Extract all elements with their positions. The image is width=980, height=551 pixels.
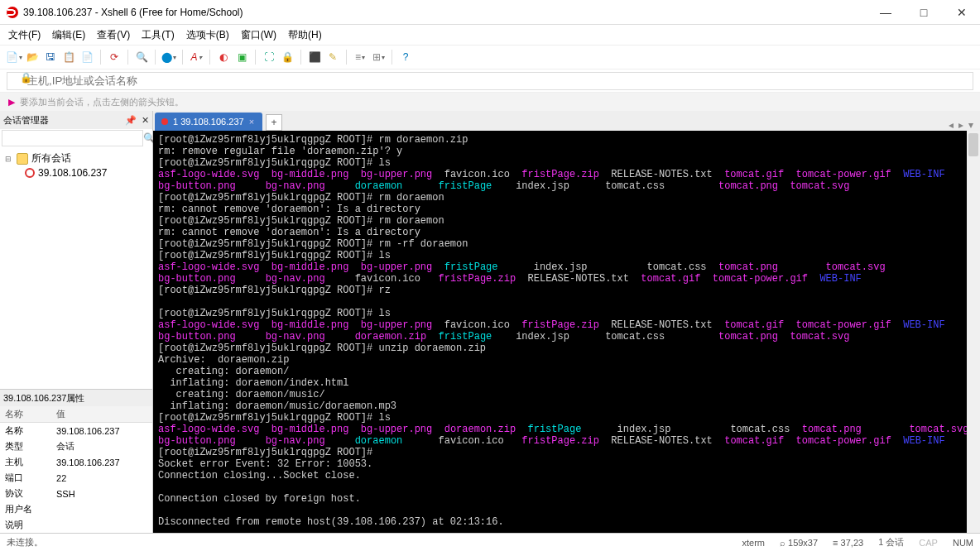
scrollbar[interactable] — [967, 131, 980, 533]
mark-icon[interactable]: ✎ — [325, 50, 340, 65]
status-connection: 未连接。 — [7, 536, 43, 549]
address-input[interactable] — [7, 72, 973, 90]
paste-icon[interactable]: 📄 — [79, 50, 94, 65]
tab-close-icon[interactable]: × — [249, 117, 254, 127]
table-row: 说明 — [0, 517, 152, 533]
session-panel-title: 会话管理器 — [3, 114, 49, 127]
open-icon[interactable]: 📂 — [25, 50, 40, 65]
tab-session[interactable]: 1 39.108.106.237 × — [155, 113, 262, 131]
tree-root-label: 所有会话 — [31, 151, 71, 165]
tab-add-button[interactable]: + — [266, 114, 282, 131]
hint-bar: ▶ 要添加当前会话，点击左侧的箭头按钮。 — [0, 93, 980, 111]
flag-icon: ▶ — [8, 97, 15, 108]
hint-text: 要添加当前会话，点击左侧的箭头按钮。 — [20, 96, 184, 108]
xshell-icon[interactable]: ◐ — [216, 50, 231, 65]
table-row: 类型会话 — [0, 438, 152, 454]
address-bar: 🔒 — [0, 69, 980, 93]
tab-bar: 1 39.108.106.237 × + ◂ ▸ ▾ — [153, 111, 980, 131]
menu-view[interactable]: 查看(V) — [97, 28, 130, 42]
menu-tabs[interactable]: 选项卡(B) — [186, 28, 229, 42]
window-title: 39.108.106.237 - Xshell 6 (Free for Home… — [23, 7, 874, 18]
table-row: 名称39.108.106.237 — [0, 423, 152, 439]
tab-next-icon[interactable]: ▸ — [958, 119, 963, 131]
fullscreen-icon[interactable]: ⛶ — [262, 50, 276, 65]
menu-tools[interactable]: 工具(T) — [142, 28, 174, 42]
minimize-button[interactable]: — — [874, 6, 897, 19]
copy-icon[interactable]: 📋 — [61, 50, 76, 65]
table-row: 主机39.108.106.237 — [0, 454, 152, 470]
menu-window[interactable]: 窗口(W) — [241, 28, 276, 42]
maximize-button[interactable]: □ — [912, 6, 935, 19]
scroll-thumb[interactable] — [968, 133, 978, 156]
tree-session[interactable]: 39.108.106.237 — [2, 166, 151, 180]
menu-edit[interactable]: 编辑(E) — [52, 28, 85, 42]
table-row: 协议SSH — [0, 486, 152, 501]
status-sessions: 1 会话 — [878, 536, 904, 549]
menu-file[interactable]: 文件(F) — [8, 28, 41, 42]
lock-icon: 🔒 — [20, 72, 32, 84]
tab-prev-icon[interactable]: ◂ — [949, 119, 954, 131]
color-icon[interactable]: ⬤ — [161, 50, 176, 65]
tab-menu-icon[interactable]: ▾ — [968, 119, 973, 131]
status-term: xterm — [742, 538, 765, 548]
props-table: 名称值 名称39.108.106.237 类型会话 主机39.108.106.2… — [0, 406, 152, 533]
session-icon — [25, 168, 35, 178]
menu-help[interactable]: 帮助(H) — [288, 28, 322, 42]
split-icon[interactable]: ⊞ — [371, 50, 386, 65]
pin-icon[interactable]: 📌 — [125, 115, 137, 126]
status-pos: ≡ 37,23 — [833, 538, 863, 548]
status-caps: CAP — [919, 538, 938, 548]
lock-icon[interactable]: 🔒 — [280, 50, 295, 65]
session-tree: ⊟ 所有会话 39.108.106.237 — [0, 147, 152, 389]
app-icon — [7, 7, 18, 18]
encoding-icon[interactable]: ≡ — [353, 50, 368, 65]
session-search-input[interactable] — [2, 130, 143, 146]
save-icon[interactable]: 🖫 — [43, 50, 58, 65]
window-titlebar: 39.108.106.237 - Xshell 6 (Free for Home… — [0, 0, 980, 25]
highlight-icon[interactable]: ⬛ — [307, 50, 322, 65]
table-row: 端口22 — [0, 470, 152, 486]
help-icon[interactable]: ? — [398, 50, 413, 65]
new-session-icon[interactable]: 📄 — [7, 50, 22, 65]
xftp-icon[interactable]: ▣ — [234, 50, 249, 65]
menu-bar: 文件(F) 编辑(E) 查看(V) 工具(T) 选项卡(B) 窗口(W) 帮助(… — [0, 25, 980, 45]
close-button[interactable]: ✕ — [950, 6, 973, 19]
tab-status-dot — [161, 118, 168, 125]
font-icon[interactable]: A — [189, 50, 204, 65]
tab-label: 1 39.108.106.237 — [173, 117, 244, 127]
panel-close-icon[interactable]: ✕ — [142, 115, 149, 126]
terminal[interactable]: [root@iZwz95rmf8lyj5uklrqgpgZ ROOT]# rm … — [153, 131, 980, 533]
connect-icon[interactable]: ⟳ — [107, 50, 122, 65]
search-icon[interactable]: 🔍 — [134, 50, 149, 65]
table-row: 用户名 — [0, 501, 152, 517]
toolbar: 📄 📂 🖫 📋 📄 ⟳ 🔍 ⬤ A ◐ ▣ ⛶ 🔒 ⬛ ✎ ≡ ⊞ ? — [0, 45, 980, 69]
tree-root[interactable]: ⊟ 所有会话 — [2, 151, 151, 166]
props-col-name: 名称 — [0, 406, 51, 423]
collapse-icon[interactable]: ⊟ — [5, 155, 13, 163]
props-col-value: 值 — [51, 406, 152, 423]
folder-icon — [17, 153, 28, 165]
session-panel-header: 会话管理器 📌 ✕ — [0, 111, 152, 129]
status-num: NUM — [953, 538, 973, 548]
props-title: 39.108.106.237属性 — [0, 390, 152, 406]
tree-session-label: 39.108.106.237 — [38, 167, 107, 179]
status-bar: 未连接。 xterm ⌕ 159x37 ≡ 37,23 1 会话 CAP NUM — [0, 533, 980, 551]
status-size: ⌕ 159x37 — [780, 538, 818, 548]
